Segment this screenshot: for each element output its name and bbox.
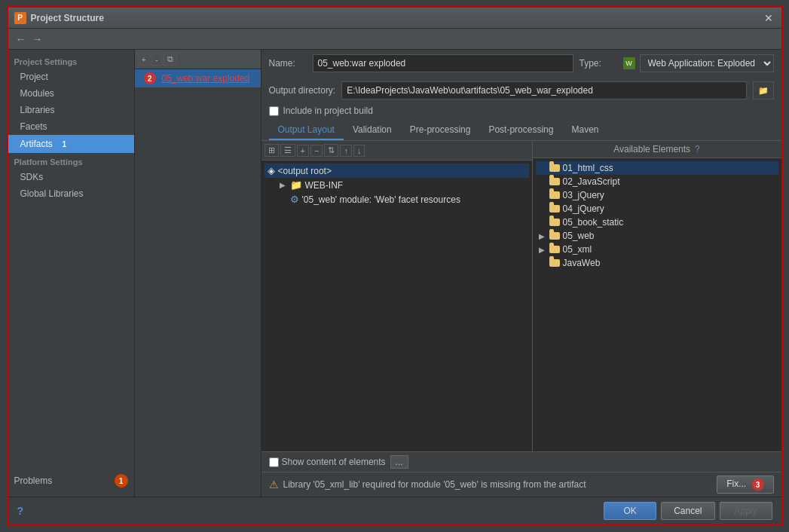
copy-artifact-button[interactable]: ⧉ [164,53,177,66]
web-inf-folder-icon: 📁 [290,179,302,191]
sidebar-item-artifacts[interactable]: Artifacts 1 [8,135,134,153]
show-content-checkbox-row: Show content of elements [269,457,386,467]
tabs-row: Output Layout Validation Pre-processing … [261,121,781,141]
footer-bar: ? OK Cancel Apply [8,497,781,524]
sidebar: Project Settings Project Modules Librari… [8,50,135,497]
browse-output-dir-button[interactable]: 📁 [753,81,774,99]
app-icon: P [14,12,26,24]
tab-output-layout[interactable]: Output Layout [269,121,344,140]
output-tree: ◈ <output root> ▶ 📁 WEB-INF ⚙ '05_web' m… [261,161,532,451]
tree-item-web-inf[interactable]: ▶ 📁 WEB-INF [265,178,529,192]
output-dir-input[interactable] [341,81,746,99]
sidebar-item-modules[interactable]: Modules [8,85,134,102]
folder-icon-javaweb [549,259,560,267]
folder-icon-03 [549,191,560,199]
tab-post-processing[interactable]: Post-processing [479,121,562,140]
expand-05-web-arrow[interactable]: ▶ [539,232,548,240]
expand-arrow [539,205,548,213]
forward-button[interactable]: → [31,32,44,47]
name-row: Name: Type: W Web Application: Exploded [261,50,781,77]
web-inf-expand-arrow: ▶ [280,181,289,189]
expand-arrow [539,219,548,227]
type-icon: W [623,57,635,69]
platform-settings-label: Platform Settings [8,153,134,169]
tree-item-output-root[interactable]: ◈ <output root> [265,164,529,178]
remove-artifact-button[interactable]: - [151,54,162,66]
artifact-badge: 2 [144,72,156,84]
output-dir-row: Output directory: 📁 [261,77,781,104]
element-item-04-jquery[interactable]: 04_jQuery [536,202,778,216]
element-item-javaweb[interactable]: JavaWeb [536,256,778,270]
help-button[interactable]: ? [17,505,24,517]
warning-text: Library '05_xml_lib' required for module… [283,479,713,490]
artifact-item-war-exploded[interactable]: 2 05_web:war exploded [135,69,261,87]
sidebar-item-libraries[interactable]: Libraries [8,102,134,118]
element-item-05-book-static[interactable]: 05_book_static [536,216,778,229]
folder-icon-05-xml [549,246,560,253]
add-artifact-button[interactable]: + [138,54,150,66]
expand-arrow [539,259,548,268]
tree-item-web-resources[interactable]: ⚙ '05_web' module: 'Web' facet resources [265,192,529,206]
tab-maven[interactable]: Maven [562,121,607,140]
sidebar-item-sdks[interactable]: SDKs [8,169,134,185]
sidebar-item-facets[interactable]: Facets [8,118,134,135]
elements-header: Available Elements ? [533,141,781,158]
back-button[interactable]: ← [14,32,28,47]
include-in-build-row: Include in project build [261,104,781,121]
web-resources-icon: ⚙ [290,194,299,205]
element-item-01-html-css[interactable]: 01_html_css [536,161,778,175]
available-elements-label: Available Elements [613,144,690,154]
output-toolbar-up[interactable]: ↑ [340,145,352,157]
show-content-dots-button[interactable]: ... [390,455,408,469]
expand-arrow [539,178,548,186]
element-item-02-javascript[interactable]: 02_JavaScript [536,175,778,188]
element-item-03-jquery[interactable]: 03_jQuery [536,188,778,202]
close-button[interactable]: ✕ [762,11,775,25]
left-output-panel: ⊞ ☰ + − ⇅ ↑ ↓ ◈ <output root> [261,141,533,451]
title-bar: P Project Structure ✕ [8,8,781,29]
sidebar-item-global-libraries[interactable]: Global Libraries [8,185,134,202]
sidebar-item-problems[interactable]: Problems 1 [8,471,134,491]
element-item-05-web[interactable]: ▶ 05_web [536,229,778,243]
warning-bar: ⚠ Library '05_xml_lib' required for modu… [261,472,781,497]
output-tree-toolbar: ⊞ ☰ + − ⇅ ↑ ↓ [261,141,532,161]
type-label: Type: [580,58,617,69]
expand-arrow [539,191,548,200]
folder-icon-05-web [549,232,560,240]
output-toolbar-add[interactable]: + [297,145,309,157]
include-in-build-checkbox[interactable] [269,106,279,116]
type-select[interactable]: Web Application: Exploded [640,54,774,72]
folder-icon-01 [549,164,560,172]
artifacts-badge: 1 [58,138,70,150]
cancel-button[interactable]: Cancel [661,502,714,520]
tab-validation[interactable]: Validation [344,121,401,140]
output-toolbar-remove[interactable]: − [310,145,323,157]
output-toolbar-sort[interactable]: ⇅ [324,144,338,157]
output-toolbar-btn2[interactable]: ☰ [280,144,295,157]
tab-pre-processing[interactable]: Pre-processing [401,121,480,140]
show-content-label: Show content of elements [282,457,386,467]
dialog-title: Project Structure [31,13,104,23]
ok-button[interactable]: OK [604,502,656,520]
sidebar-item-project[interactable]: Project [8,69,134,85]
elements-list: 01_html_css 02_JavaScript 03_jQuery [533,158,781,451]
expand-05-xml-arrow[interactable]: ▶ [539,246,548,254]
title-bar-left: P Project Structure [14,12,104,24]
output-dir-label: Output directory: [269,85,336,96]
fix-button[interactable]: Fix... 3 [717,475,773,494]
apply-button[interactable]: Apply [720,502,772,520]
show-content-bar: Show content of elements ... [261,451,781,472]
element-item-05-xml[interactable]: ▶ 05_xml [536,243,778,256]
include-in-build-label: Include in project build [283,105,373,116]
show-content-checkbox[interactable] [269,457,279,467]
fix-badge: 3 [752,478,764,491]
warning-icon: ⚠ [269,478,279,491]
artifact-list-panel: + - ⧉ 2 05_web:war exploded [135,50,261,497]
main-content: Project Settings Project Modules Librari… [8,50,781,497]
nav-toolbar: ← → [8,29,781,50]
output-toolbar-btn1[interactable]: ⊞ [265,144,279,157]
folder-icon-05-book [549,219,560,226]
help-elements-icon[interactable]: ? [695,144,700,154]
output-toolbar-down[interactable]: ↓ [353,145,365,157]
name-input[interactable] [313,54,573,72]
